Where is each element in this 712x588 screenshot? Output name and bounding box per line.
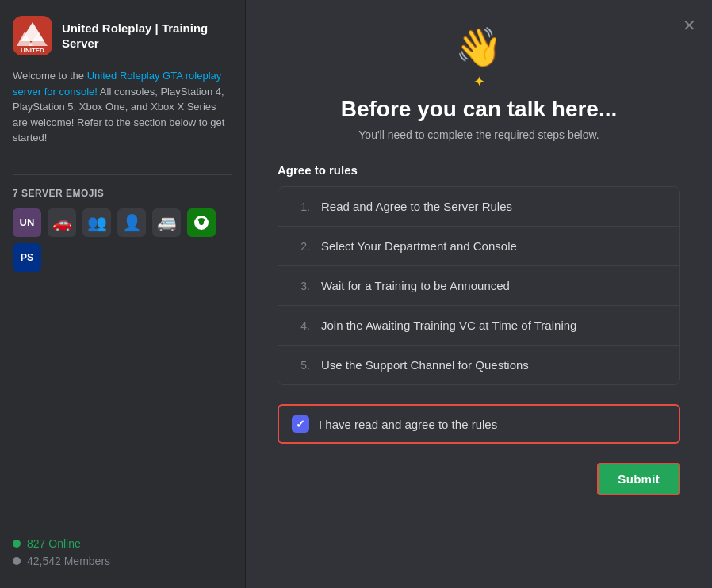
main-content: ✕ 👋 ✦ Before you can talk here... You'll…	[246, 0, 712, 588]
checkmark-icon: ✓	[296, 418, 305, 430]
server-name: United Roleplay | Training Server	[62, 21, 232, 52]
online-dot	[13, 540, 21, 548]
emoji-playstation: PS	[13, 243, 41, 272]
close-button[interactable]: ✕	[679, 13, 699, 38]
step-text-2: Select Your Department and Console	[321, 239, 517, 253]
step-number-3: 3.	[294, 280, 310, 292]
steps-list: 1. Read and Agree to the Server Rules 2.…	[278, 186, 680, 385]
submit-button[interactable]: Submit	[597, 463, 680, 495]
step-item-4: 4. Join the Awaiting Training VC at Time…	[278, 306, 679, 346]
step-item-1: 1. Read and Agree to the Server Rules	[278, 187, 679, 227]
emoji-grid: UN 🚗 👥 👤 🚐 PS	[13, 208, 232, 272]
step-number-1: 1.	[294, 200, 310, 213]
divider	[13, 174, 232, 175]
members-dot	[13, 557, 21, 565]
modal-title: Before you can talk here...	[341, 97, 618, 122]
steps-container: Agree to rules 1. Read and Agree to the …	[278, 163, 680, 495]
submit-area: Submit	[278, 463, 680, 495]
step-item-5: 5. Use the Support Channel for Questions	[278, 346, 679, 384]
sidebar: UNITED United Roleplay | Training Server…	[0, 0, 246, 588]
wave-emoji: 👋	[455, 25, 503, 70]
emoji-un: UN	[13, 208, 41, 237]
emoji-xbox	[187, 208, 216, 237]
step-item-3: 3. Wait for a Training to be Announced	[278, 266, 679, 306]
sparkle-icon: ✦	[473, 73, 485, 90]
member-count: 42,542 Members	[27, 555, 110, 567]
step-item-2: 2. Select Your Department and Console	[278, 227, 679, 266]
server-icon: UNITED	[13, 16, 52, 55]
step-text-1: Read and Agree to the Server Rules	[321, 200, 512, 213]
checkbox-label: I have read and agree to the rules	[319, 418, 497, 431]
emoji-truck: 🚐	[152, 208, 181, 237]
agree-checkbox[interactable]: ✓	[292, 415, 309, 433]
step-number-2: 2.	[294, 240, 310, 253]
emoji-people: 👥	[82, 208, 111, 237]
modal-subtitle: You'll need to complete the required ste…	[358, 128, 599, 141]
emoji-person: 👤	[117, 208, 146, 237]
online-section: 827 Online 42,542 Members	[13, 528, 232, 572]
step-number-5: 5.	[294, 359, 310, 372]
online-status-row: 827 Online	[13, 537, 232, 550]
server-header: UNITED United Roleplay | Training Server	[13, 16, 232, 55]
step-text-3: Wait for a Training to be Announced	[321, 279, 510, 292]
modal-body: 👋 ✦ Before you can talk here... You'll n…	[246, 0, 712, 521]
svg-point-6	[199, 220, 204, 225]
checkbox-area: ✓ I have read and agree to the rules	[278, 404, 680, 444]
step-number-4: 4.	[294, 319, 310, 332]
online-count: 827 Online	[27, 537, 81, 550]
server-description: Welcome to the United Roleplay GTA rolep…	[13, 68, 232, 146]
step-text-5: Use the Support Channel for Questions	[321, 358, 529, 372]
emojis-section-label: 7 SERVER EMOJIS	[13, 188, 232, 199]
svg-text:UNITED: UNITED	[21, 47, 44, 54]
description-link[interactable]: United Roleplay GTA roleplay server for …	[13, 70, 221, 97]
step-text-4: Join the Awaiting Training VC at Time of…	[321, 319, 576, 332]
members-status-row: 42,542 Members	[13, 555, 232, 567]
emoji-car: 🚗	[48, 208, 76, 237]
steps-section-label: Agree to rules	[278, 163, 680, 177]
